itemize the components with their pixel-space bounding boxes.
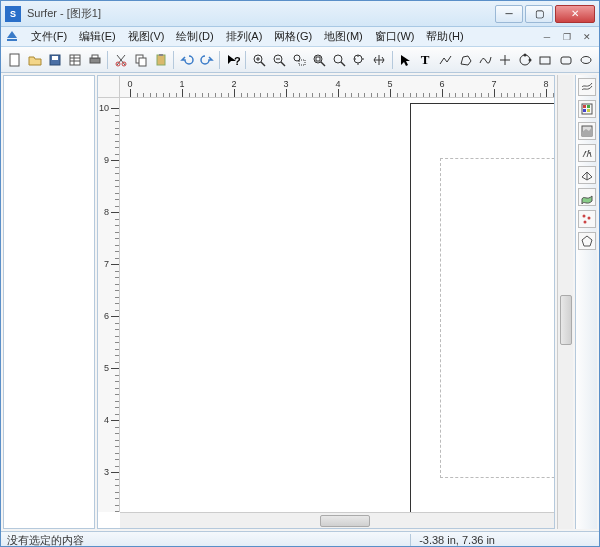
toolbar-separator xyxy=(107,51,108,69)
svg-rect-28 xyxy=(316,57,320,61)
toolbar: ? T xyxy=(1,47,599,73)
open-button[interactable] xyxy=(25,50,44,70)
svg-rect-0 xyxy=(7,39,17,41)
menu-grid[interactable]: 网格(G) xyxy=(268,27,318,46)
svg-rect-8 xyxy=(90,58,100,63)
pointer-button[interactable] xyxy=(396,50,415,70)
vector-map-icon[interactable] xyxy=(578,144,596,162)
svg-point-46 xyxy=(582,215,585,218)
reshape-button[interactable] xyxy=(516,50,535,70)
vertical-ruler: 1098765432 xyxy=(98,98,120,512)
ellipse-button[interactable] xyxy=(576,50,595,70)
menu-map[interactable]: 地图(M) xyxy=(318,27,369,46)
rounded-rect-button[interactable] xyxy=(556,50,575,70)
svg-line-22 xyxy=(281,62,285,66)
menu-edit[interactable]: 编辑(E) xyxy=(73,27,122,46)
new-button[interactable] xyxy=(5,50,24,70)
zoom-in-button[interactable] xyxy=(249,50,268,70)
vscroll-thumb[interactable] xyxy=(560,295,572,345)
page-margin-guide xyxy=(440,158,554,478)
toolbar-separator xyxy=(245,51,246,69)
menu-draw[interactable]: 绘制(D) xyxy=(170,27,219,46)
text-button[interactable]: T xyxy=(416,50,435,70)
zoom-out-button[interactable] xyxy=(269,50,288,70)
svg-point-39 xyxy=(581,56,591,63)
svg-line-18 xyxy=(261,62,265,66)
grid-data-button[interactable] xyxy=(65,50,84,70)
svg-point-26 xyxy=(314,55,322,63)
svg-line-30 xyxy=(341,62,345,66)
close-button[interactable]: ✕ xyxy=(555,5,595,23)
svg-rect-4 xyxy=(70,55,80,65)
polyline-button[interactable] xyxy=(436,50,455,70)
menubar: 文件(F) 编辑(E) 视图(V) 绘制(D) 排列(A) 网格(G) 地图(M… xyxy=(1,27,599,47)
horizontal-scrollbar[interactable] xyxy=(120,512,554,528)
menu-help[interactable]: 帮助(H) xyxy=(420,27,469,46)
zoom-page-button[interactable] xyxy=(309,50,328,70)
mdi-close-button[interactable]: ✕ xyxy=(579,30,595,44)
menu-window[interactable]: 窗口(W) xyxy=(369,27,421,46)
menubar-icon xyxy=(5,30,19,44)
cut-button[interactable] xyxy=(111,50,130,70)
object-manager-panel[interactable] xyxy=(3,75,95,529)
statusbar: 没有选定的内容 -3.38 in, 7.36 in xyxy=(1,531,599,547)
horizontal-ruler: 012345678 xyxy=(120,76,554,98)
svg-rect-41 xyxy=(583,105,586,108)
mdi-restore-button[interactable]: ❐ xyxy=(559,30,575,44)
undo-button[interactable] xyxy=(177,50,196,70)
polyline-spline-button[interactable] xyxy=(476,50,495,70)
toolbar-separator xyxy=(392,51,393,69)
zoom-rect-button[interactable] xyxy=(289,50,308,70)
shaded-relief-icon[interactable] xyxy=(578,122,596,140)
svg-rect-13 xyxy=(139,58,146,66)
svg-rect-3 xyxy=(52,56,58,60)
app-icon: S xyxy=(5,6,21,22)
zoom-realtime-button[interactable] xyxy=(350,50,369,70)
menu-file[interactable]: 文件(F) xyxy=(25,27,73,46)
right-toolbar xyxy=(575,75,597,529)
menu-arrange[interactable]: 排列(A) xyxy=(220,27,269,46)
maximize-button[interactable]: ▢ xyxy=(525,5,553,23)
svg-rect-15 xyxy=(159,54,163,56)
vertical-scrollbar[interactable] xyxy=(557,75,573,529)
symbol-button[interactable] xyxy=(496,50,515,70)
ruler-corner xyxy=(98,76,120,98)
surface-icon[interactable] xyxy=(578,188,596,206)
status-coords: -3.38 in, 7.36 in xyxy=(410,534,503,546)
copy-button[interactable] xyxy=(131,50,150,70)
image-map-icon[interactable] xyxy=(578,100,596,118)
mdi-minimize-button[interactable]: ─ xyxy=(539,30,555,44)
canvas-area: 012345678 1098765432 xyxy=(97,75,555,529)
base-map-icon[interactable] xyxy=(578,232,596,250)
wireframe-icon[interactable] xyxy=(578,166,596,184)
paste-button[interactable] xyxy=(151,50,170,70)
save-button[interactable] xyxy=(45,50,64,70)
mdi-controls: ─ ❐ ✕ xyxy=(539,30,595,44)
menu-view[interactable]: 视图(V) xyxy=(122,27,171,46)
pan-button[interactable] xyxy=(370,50,389,70)
post-map-icon[interactable] xyxy=(578,210,596,228)
svg-text:?: ? xyxy=(234,55,240,67)
redo-button[interactable] xyxy=(197,50,216,70)
workspace: 012345678 1098765432 xyxy=(1,73,599,531)
svg-line-27 xyxy=(321,62,325,66)
help-cursor-button[interactable]: ? xyxy=(223,50,242,70)
hscroll-thumb[interactable] xyxy=(320,515,370,527)
canvas-viewport[interactable] xyxy=(120,98,554,512)
contour-map-icon[interactable] xyxy=(578,78,596,96)
svg-point-35 xyxy=(524,53,527,56)
toolbar-separator xyxy=(173,51,174,69)
polygon-button[interactable] xyxy=(456,50,475,70)
svg-rect-43 xyxy=(583,109,586,112)
svg-rect-44 xyxy=(587,109,590,112)
svg-rect-42 xyxy=(587,105,590,108)
svg-point-29 xyxy=(334,55,342,63)
minimize-button[interactable]: ─ xyxy=(495,5,523,23)
toolbar-separator xyxy=(219,51,220,69)
svg-rect-14 xyxy=(157,55,165,65)
zoom-actual-button[interactable] xyxy=(330,50,349,70)
print-button[interactable] xyxy=(85,50,104,70)
rectangle-button[interactable] xyxy=(536,50,555,70)
svg-point-36 xyxy=(529,58,532,61)
window-controls: ─ ▢ ✕ xyxy=(495,5,595,23)
